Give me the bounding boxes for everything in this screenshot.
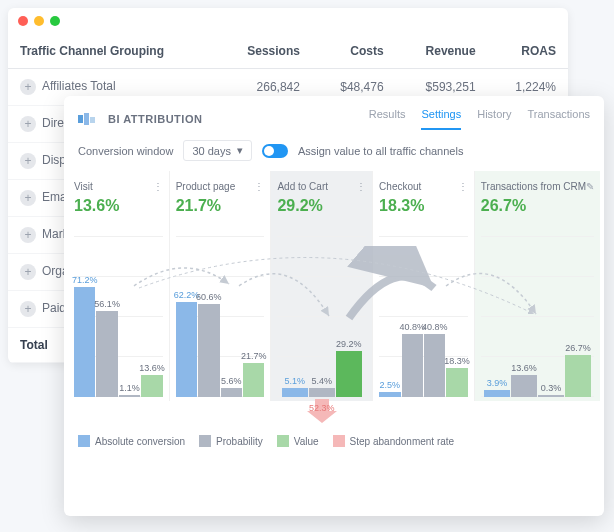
- table-header: ROAS: [488, 34, 568, 69]
- table-header: Costs: [312, 34, 396, 69]
- legend-label: Step abandonment rate: [350, 436, 455, 447]
- legend-item: Probability: [199, 435, 263, 447]
- expand-icon[interactable]: +: [20, 190, 36, 206]
- panel-toolbar: Conversion window 30 days ▾ Assign value…: [64, 130, 604, 171]
- bar-label: 60.6%: [196, 292, 222, 302]
- tab-transactions[interactable]: Transactions: [527, 108, 590, 130]
- minimize-icon[interactable]: [34, 16, 44, 26]
- bar-label: 5.1%: [284, 376, 305, 386]
- bar-gray: 13.6%: [511, 375, 537, 397]
- more-icon[interactable]: ⋮: [356, 181, 366, 192]
- bar-blue: 62.2%: [176, 302, 197, 397]
- more-icon[interactable]: ⋮: [254, 181, 264, 192]
- legend-item: Absolute conversion: [78, 435, 185, 447]
- legend-label: Value: [294, 436, 319, 447]
- bar-label: 26.7%: [565, 343, 591, 353]
- expand-icon[interactable]: +: [20, 116, 36, 132]
- pencil-icon[interactable]: ✎: [586, 181, 594, 192]
- step-title: Visit: [74, 181, 153, 192]
- bar-gray: 56.1%: [96, 311, 117, 397]
- legend-item: Value: [277, 435, 319, 447]
- bar-label: 40.8%: [422, 322, 448, 332]
- legend-swatch: [199, 435, 211, 447]
- bar-label: 5.6%: [221, 376, 242, 386]
- bar-label: 1.1%: [119, 383, 140, 393]
- step-title: Add to Cart: [277, 181, 356, 192]
- step-title: Checkout: [379, 181, 458, 192]
- bar-label: 0.3%: [541, 383, 562, 393]
- legend-label: Probability: [216, 436, 263, 447]
- svg-rect-1: [84, 113, 89, 125]
- bar-gray: 1.1%: [119, 395, 140, 397]
- bar-darkgreen: 29.2%: [336, 351, 362, 397]
- table-header: Traffic Channel Grouping: [8, 34, 217, 69]
- bar-label: 5.4%: [311, 376, 332, 386]
- funnel-step: Visit⋮13.6%71.2%56.1%1.1%13.6%: [68, 171, 170, 401]
- table-header: Revenue: [396, 34, 488, 69]
- step-percent: 21.7%: [176, 197, 265, 215]
- table-header: Sessions: [217, 34, 312, 69]
- close-icon[interactable]: [18, 16, 28, 26]
- chevron-down-icon: ▾: [237, 144, 243, 157]
- bar-label: 13.6%: [511, 363, 537, 373]
- bar-green: 21.7%: [243, 363, 264, 397]
- conversion-window-select[interactable]: 30 days ▾: [183, 140, 252, 161]
- funnel-chart: Visit⋮13.6%71.2%56.1%1.1%13.6%Product pa…: [64, 171, 604, 401]
- bar-green: 26.7%: [565, 355, 591, 397]
- bar-label: 13.6%: [139, 363, 165, 373]
- svg-rect-2: [90, 117, 95, 123]
- bar-label: 21.7%: [241, 351, 267, 361]
- tab-results[interactable]: Results: [369, 108, 406, 130]
- bi-attribution-logo: BI ATTRIBUTION: [78, 112, 202, 126]
- bar-label: 71.2%: [72, 275, 98, 285]
- bar-gray: 60.6%: [198, 304, 219, 397]
- abandonment-arrow: 52.3%: [307, 399, 337, 425]
- bar-blue: 3.9%: [484, 390, 510, 397]
- bar-green: 13.6%: [141, 375, 162, 397]
- assign-value-toggle[interactable]: [262, 144, 288, 158]
- step-title: Product page: [176, 181, 255, 192]
- bar-gray: 0.3%: [538, 395, 564, 397]
- bar-gray: 5.4%: [309, 388, 335, 397]
- bar-blue: 2.5%: [379, 392, 400, 397]
- step-percent: 13.6%: [74, 197, 163, 215]
- panel-tabs: ResultsSettingsHistoryTransactions: [369, 108, 590, 130]
- conversion-window-label: Conversion window: [78, 145, 173, 157]
- more-icon[interactable]: ⋮: [458, 181, 468, 192]
- step-percent: 29.2%: [277, 197, 366, 215]
- legend-swatch: [277, 435, 289, 447]
- bar-blue: 71.2%: [74, 287, 95, 397]
- legend-swatch: [78, 435, 90, 447]
- bar-label: 3.9%: [487, 378, 508, 388]
- maximize-icon[interactable]: [50, 16, 60, 26]
- funnel-step: Add to Cart⋮29.2%5.1%5.4%29.2%52.3%: [271, 171, 373, 401]
- expand-icon[interactable]: +: [20, 153, 36, 169]
- attribution-panel: BI ATTRIBUTION ResultsSettingsHistoryTra…: [64, 96, 604, 516]
- tab-settings[interactable]: Settings: [421, 108, 461, 130]
- tab-history[interactable]: History: [477, 108, 511, 130]
- bar-label: 18.3%: [444, 356, 470, 366]
- expand-icon[interactable]: +: [20, 264, 36, 280]
- window-controls: [8, 8, 568, 34]
- assign-value-label: Assign value to all traffic channels: [298, 145, 464, 157]
- bar-green: 18.3%: [446, 368, 467, 397]
- bar-blue: 5.1%: [282, 388, 308, 397]
- more-icon[interactable]: ⋮: [153, 181, 163, 192]
- funnel-step: Product page⋮21.7%62.2%60.6%5.6%21.7%: [170, 171, 272, 401]
- bar-gray: 40.8%: [402, 334, 423, 397]
- funnel-step: Checkout⋮18.3%2.5%40.8%40.8%18.3%: [373, 171, 475, 401]
- expand-icon[interactable]: +: [20, 79, 36, 95]
- legend-label: Absolute conversion: [95, 436, 185, 447]
- legend-swatch: [333, 435, 345, 447]
- bar-label: 2.5%: [380, 380, 401, 390]
- legend-item: Step abandonment rate: [333, 435, 455, 447]
- expand-icon[interactable]: +: [20, 227, 36, 243]
- funnel-step: Transactions from CRM✎26.7%3.9%13.6%0.3%…: [475, 171, 600, 401]
- svg-rect-0: [78, 115, 83, 123]
- conversion-window-value: 30 days: [192, 145, 231, 157]
- step-title: Transactions from CRM: [481, 181, 586, 192]
- bar-gray: 5.6%: [221, 388, 242, 397]
- step-percent: 26.7%: [481, 197, 594, 215]
- bar-label: 56.1%: [94, 299, 120, 309]
- expand-icon[interactable]: +: [20, 301, 36, 317]
